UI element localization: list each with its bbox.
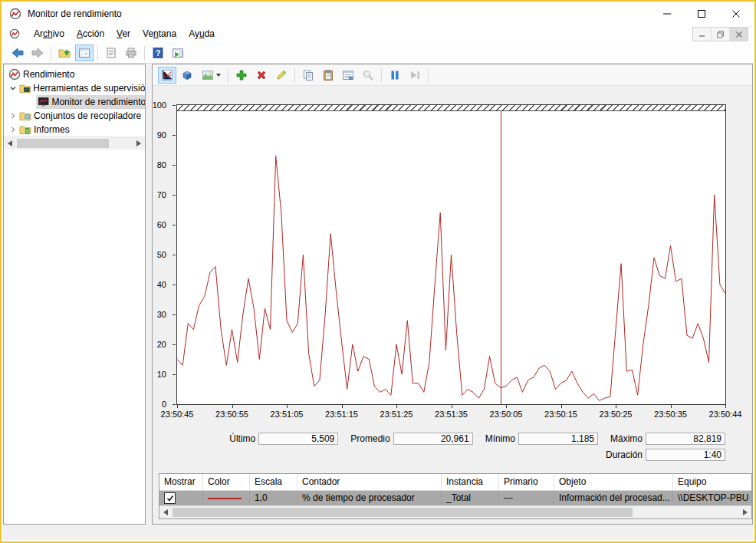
menu-ver[interactable]: Ver (110, 26, 136, 41)
y-tick-mark (173, 255, 176, 255)
mdi-window-buttons (692, 27, 748, 41)
paste-counter-list-button[interactable] (319, 67, 337, 84)
scroll-right-arrow[interactable] (133, 137, 145, 150)
menu-ayuda[interactable]: Ayuda (182, 26, 221, 41)
y-tick-label: 90 (152, 130, 172, 140)
forward-button[interactable] (28, 44, 47, 61)
close-button[interactable] (718, 3, 753, 25)
legend-horizontal-scrollbar[interactable] (159, 505, 751, 518)
y-tick-label: 10 (152, 370, 172, 379)
maximize-button[interactable] (684, 3, 718, 25)
toggle-console-tree-button[interactable] (75, 44, 94, 61)
pause-icon (389, 69, 401, 81)
y-tick-label: 40 (152, 280, 172, 289)
chevron-collapsed-icon[interactable] (7, 112, 19, 120)
menu-ventana[interactable]: Ventana (136, 26, 182, 41)
x-tick-label: 23:50:45 (161, 410, 194, 419)
delete-counter-button[interactable] (252, 67, 271, 84)
pane-splitter[interactable] (146, 64, 152, 525)
change-graph-type-button[interactable] (198, 67, 224, 84)
toolbar-separator (51, 46, 51, 60)
mdi-minimize-button[interactable] (693, 28, 711, 41)
x-tick-mark (725, 405, 726, 408)
x-tick-label: 23:50:15 (544, 410, 577, 419)
mdi-minimize-icon (698, 31, 706, 38)
tree-item-rendimiento[interactable]: Rendimiento (4, 67, 145, 81)
column-header-objeto[interactable]: Objeto (554, 474, 673, 490)
y-tick-label: 80 (152, 160, 172, 169)
y-tick-label: 70 (152, 190, 172, 199)
scroll-left-arrow[interactable] (4, 137, 16, 150)
print-button[interactable] (122, 44, 140, 61)
highlight-button[interactable] (272, 67, 291, 84)
freeze-display-button[interactable] (386, 67, 404, 84)
scroll-left-arrow[interactable] (159, 506, 172, 518)
back-button[interactable] (8, 44, 27, 61)
menu-bar: Archivo Acción Ver Ventana Ayuda (3, 25, 753, 44)
scrollbar-thumb[interactable] (173, 508, 633, 517)
legend-header-row: Mostrar Color Escala Contador Instancia … (159, 474, 751, 491)
column-header-color[interactable]: Color (203, 474, 250, 490)
svg-text:?: ? (156, 48, 161, 58)
document-icon (105, 47, 117, 59)
column-header-equipo[interactable]: Equipo (673, 474, 752, 490)
window-title: Monitor de rendimiento (28, 8, 122, 19)
new-window-icon (172, 47, 184, 59)
y-tick-mark (173, 105, 176, 106)
mdi-close-button[interactable] (729, 28, 748, 41)
show-new-window-button[interactable] (169, 44, 187, 61)
y-tick-mark (173, 344, 176, 345)
tree-item-conjuntos[interactable]: Conjuntos de recopiladore (4, 109, 145, 123)
toolbar-separator (381, 68, 382, 82)
value-bar: Último 5,509 Promedio 20,961 Mínimo 1,18… (176, 433, 725, 465)
menu-accion[interactable]: Acción (71, 26, 110, 41)
tree-horizontal-scrollbar[interactable] (4, 137, 145, 150)
menu-archivo[interactable]: Archivo (28, 26, 71, 41)
console-tree: Rendimiento Herramientas de supervisió (4, 64, 145, 137)
current-time-marker (501, 111, 501, 404)
y-tick-mark (173, 404, 176, 405)
mdi-restore-button[interactable] (711, 28, 729, 41)
tree-item-informes[interactable]: Informes (4, 123, 145, 137)
scroll-right-arrow[interactable] (739, 506, 751, 518)
scrollbar-thumb[interactable] (17, 139, 109, 148)
performance-root-icon (8, 68, 21, 81)
column-header-instancia[interactable]: Instancia (442, 474, 499, 490)
y-tick-label: 100 (152, 100, 172, 110)
up-level-button[interactable] (55, 44, 74, 61)
tree-item-monitor-rendimiento[interactable]: Monitor de rendimiento (4, 95, 145, 109)
properties-button[interactable] (339, 67, 357, 84)
chevron-expanded-icon[interactable] (7, 84, 19, 92)
add-counter-button[interactable] (232, 67, 251, 84)
x-tick-mark (177, 405, 178, 408)
view-histogram-button[interactable] (178, 67, 196, 84)
tree-item-herramientas[interactable]: Herramientas de supervisió (4, 81, 145, 95)
update-data-button[interactable] (406, 67, 424, 84)
zoom-button[interactable] (359, 67, 377, 84)
chevron-collapsed-icon[interactable] (7, 126, 19, 133)
column-header-contador[interactable]: Contador (297, 474, 442, 490)
x-tick-mark (671, 405, 672, 408)
column-header-escala[interactable]: Escala (250, 474, 297, 490)
counter-row[interactable]: 1,0 % de tiempo de procesador _Total ---… (159, 491, 751, 505)
properties-doc-button[interactable] (102, 44, 120, 61)
view-line-chart-button[interactable] (158, 67, 176, 84)
x-tick-mark (616, 405, 616, 408)
help-button[interactable]: ? (149, 44, 167, 61)
data-collector-sets-folder-icon (19, 110, 31, 122)
minimize-button[interactable] (649, 3, 684, 25)
show-counter-checkbox[interactable] (164, 492, 176, 504)
minimum-label: Mínimo (485, 433, 515, 444)
printer-icon (125, 47, 137, 59)
column-header-primario[interactable]: Primario (499, 474, 554, 490)
counter-computer: \\DESKTOP-PBU (673, 491, 752, 505)
y-tick-label: 20 (152, 340, 172, 349)
average-value-field: 20,961 (393, 433, 473, 445)
x-tick-mark (232, 405, 233, 408)
minimum-value-field: 1,185 (518, 433, 598, 445)
dropdown-caret-icon (216, 74, 221, 77)
toolbar-separator (428, 68, 429, 82)
copy-properties-button[interactable] (299, 67, 317, 84)
column-header-mostrar[interactable]: Mostrar (159, 474, 203, 490)
counter-name: % de tiempo de procesador (297, 491, 442, 505)
